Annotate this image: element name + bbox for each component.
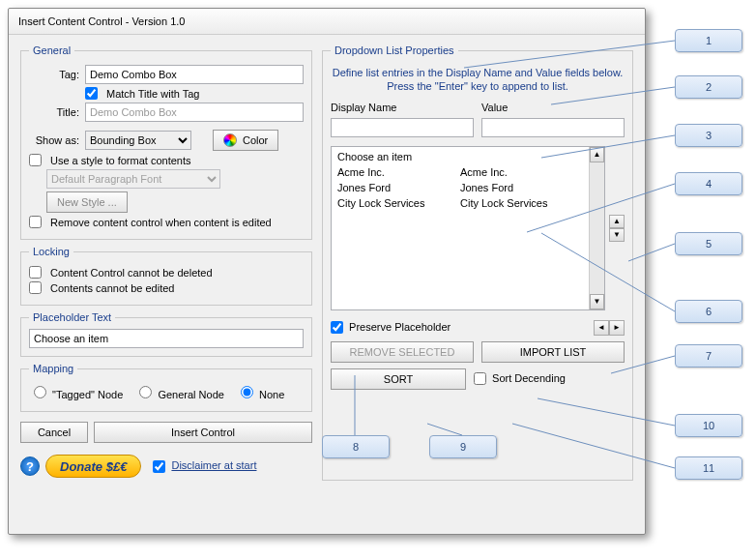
callout-11: 11 [675,456,742,480]
sort-desc-checkbox[interactable] [474,372,486,385]
title-label: Title: [29,106,79,118]
remove-on-edit-label: Remove content control when content is e… [50,217,272,228]
callout-3: 3 [675,124,742,147]
dropdown-legend: Dropdown List Properties [331,44,458,56]
callout-6: 6 [675,300,742,323]
import-list-button[interactable]: IMPORT LIST [481,341,625,363]
disclaimer-link[interactable]: Disclaimer at start [171,459,256,471]
no-edit-checkbox[interactable] [29,281,42,294]
mapping-legend: Mapping [29,363,77,374]
disclaimer-checkbox[interactable] [153,460,165,473]
callout-1: 1 [675,29,742,52]
match-title-label: Match Title with Tag [106,88,199,100]
use-style-label: Use a style to format contents [50,155,191,166]
placeholder-legend: Placeholder Text [29,311,115,323]
mapping-tagged-option[interactable]: "Tagged" Node [29,383,123,400]
cancel-button[interactable]: Cancel [20,422,88,443]
sort-button[interactable]: SORT [331,368,466,390]
placeholder-input[interactable] [29,329,304,348]
color-button[interactable]: Color [213,130,278,151]
list-item: Acme Inc.Acme Inc. [337,166,583,182]
no-delete-checkbox[interactable] [29,266,42,279]
general-group: General Tag: Match Title with Tag Title:… [20,44,312,240]
dropdown-info: Define list entries in the Display Name … [331,66,625,94]
disclaimer-option[interactable]: Disclaimer at start [153,459,256,473]
list-item: Choose an item [337,151,583,166]
list-scrollbar[interactable]: ▲ ▼ [589,147,604,309]
tag-input[interactable] [85,65,304,84]
mapping-none-option[interactable]: None [236,383,284,400]
remove-on-edit-checkbox[interactable] [29,216,42,228]
preserve-placeholder-checkbox[interactable] [331,321,343,334]
list-item: City Lock ServicesCity Lock Services [337,197,583,213]
show-as-label: Show as: [29,134,79,146]
title-input[interactable] [85,103,304,122]
tag-label: Tag: [29,69,79,80]
remove-selected-button[interactable]: REMOVE SELECTED [331,341,474,363]
callout-5: 5 [675,232,742,255]
dialog-titlebar: Insert Content Control - Version 1.0 [9,9,645,35]
show-as-select[interactable]: Bounding Box [85,131,191,150]
callout-9: 9 [429,435,497,458]
display-name-header: Display Name [331,102,474,113]
callout-8: 8 [322,435,390,458]
preserve-placeholder-option[interactable]: Preserve Placeholder [331,321,451,335]
scroll-up-icon[interactable]: ▲ [590,147,604,162]
column-shift-left-button[interactable]: ◄ [594,320,609,336]
move-down-button[interactable]: ▼ [609,228,625,242]
locking-legend: Locking [29,246,73,257]
locking-group: Locking Content Control cannot be delete… [20,246,312,306]
display-name-input[interactable] [331,118,474,137]
entries-listbox[interactable]: Choose an item Acme Inc.Acme Inc. Jones … [331,146,605,310]
no-delete-label: Content Control cannot be deleted [50,267,213,279]
mapping-general-option[interactable]: General Node [134,383,224,400]
value-input[interactable] [481,118,625,137]
reorder-spinner: ▲ ▼ [609,146,625,310]
callout-10: 10 [675,414,742,437]
placeholder-group: Placeholder Text [20,311,312,357]
mapping-group: Mapping "Tagged" Node General Node None [20,363,312,412]
style-select[interactable]: Default Paragraph Font [46,169,220,189]
donate-button[interactable]: Donate $£€ [45,455,141,478]
no-edit-label: Contents cannot be edited [50,282,174,294]
general-legend: General [29,44,74,56]
sort-desc-option[interactable]: Sort Decending [474,372,566,386]
callout-7: 7 [675,344,742,368]
callout-2: 2 [675,75,742,99]
dropdown-group: Dropdown List Properties Define list ent… [322,44,633,481]
help-icon[interactable]: ? [20,456,40,476]
move-up-button[interactable]: ▲ [609,215,625,228]
insert-control-button[interactable]: Insert Control [94,422,312,443]
column-shift-right-button[interactable]: ► [609,320,625,336]
callout-4: 4 [675,172,742,195]
value-header: Value [481,102,625,113]
dialog-title: Insert Content Control - Version 1.0 [18,15,185,27]
new-style-button[interactable]: New Style ... [46,191,128,213]
scroll-down-icon[interactable]: ▼ [590,294,604,309]
list-item: Jones FordJones Ford [337,182,583,197]
match-title-checkbox[interactable] [85,87,98,100]
color-swatch-icon [223,133,237,147]
use-style-checkbox[interactable] [29,154,42,166]
